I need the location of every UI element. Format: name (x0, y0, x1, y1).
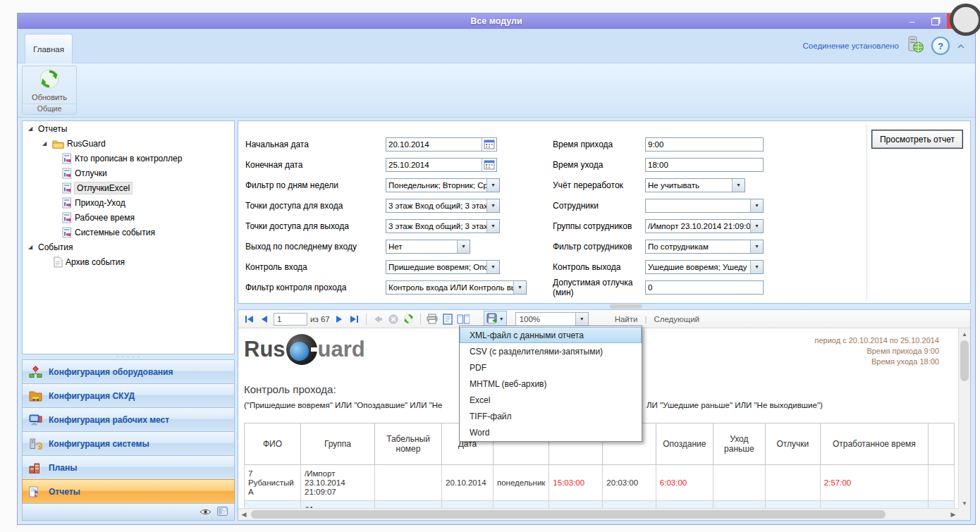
tree-item-node[interactable]: Архив события (23, 254, 234, 269)
help-icon[interactable]: ? (931, 37, 950, 55)
nav-workstation[interactable]: Конфигурация рабочих мест (22, 407, 235, 432)
select-5[interactable]: По сотрудникам▼ (645, 240, 764, 254)
print-icon[interactable] (426, 313, 439, 326)
minimize-button[interactable]: – (900, 13, 924, 29)
scroll-right-icon[interactable]: ▶ (948, 511, 959, 518)
nav-skud[interactable]: Конфигурация СКУД (22, 383, 235, 408)
hscroll-thumb[interactable] (251, 510, 886, 519)
vscroll-thumb[interactable] (960, 340, 969, 381)
tree-item-node[interactable]: Приход-Уход (23, 195, 234, 210)
scroll-down-icon[interactable]: ▼ (959, 497, 970, 509)
horizontal-scrollbar[interactable]: ◀ ▶ (238, 508, 959, 520)
date-input[interactable]: 20.10.2014 (386, 137, 497, 151)
tree-item-root[interactable]: ◢Отчеты (23, 121, 234, 136)
first-page-icon[interactable] (243, 313, 255, 326)
tree-item-node[interactable]: Отлучки (23, 166, 234, 180)
chevron-down-icon[interactable]: ▼ (486, 179, 499, 192)
select-7[interactable]: Контроль входа ИЛИ Контроль выхода▼ (386, 280, 527, 295)
text-input[interactable]: 9:00 (645, 137, 764, 151)
chevron-down-icon[interactable]: ▼ (486, 220, 499, 233)
tree-expander-icon[interactable]: ◢ (42, 140, 49, 147)
date-input[interactable]: 25.10.2014 (386, 158, 497, 172)
tree-item-label: Отчеты (38, 124, 67, 134)
page-setup-icon[interactable] (441, 313, 454, 326)
select-3[interactable]: 3 этаж Вход общий; 3 этаж▼ (386, 199, 500, 213)
tree-expander-icon[interactable]: ◢ (28, 244, 35, 250)
vertical-scrollbar[interactable]: ▲ ▼ (958, 328, 970, 509)
calendar-icon[interactable] (482, 159, 496, 171)
nav-plans[interactable]: Планы (22, 455, 235, 480)
chevron-down-icon[interactable]: ▼ (750, 261, 763, 273)
select-4[interactable]: /Импорт 23.10.2014 21:09:0▼ (645, 219, 764, 233)
tree-item-root[interactable]: ◢События (23, 240, 234, 254)
horizontal-splitter[interactable] (238, 304, 971, 309)
select-3[interactable]: ▼ (645, 199, 764, 213)
tree-item-label: Приход-Уход (75, 198, 125, 208)
export-menu-item[interactable]: MHTML (веб-архив) (460, 376, 642, 392)
view-report-button[interactable]: Просмотреть отчет (871, 130, 963, 149)
select-5[interactable]: Нет▼ (386, 240, 470, 254)
scroll-up-icon[interactable]: ▲ (959, 328, 970, 340)
field-label: Время прихода (553, 140, 645, 149)
chevron-down-icon[interactable]: ▼ (750, 240, 763, 253)
scroll-left-icon[interactable]: ◀ (238, 511, 250, 518)
export-menu-item[interactable]: Excel (460, 392, 642, 408)
chevron-down-icon[interactable]: ▼ (457, 240, 470, 253)
prev-page-icon[interactable] (258, 313, 271, 326)
export-menu-item[interactable]: PDF (460, 359, 642, 376)
export-button[interactable]: ▼ (484, 311, 507, 327)
tree-item-node[interactable]: Системные события (23, 225, 234, 240)
chevron-down-icon[interactable]: ▼ (750, 220, 763, 233)
page-number-input[interactable]: 1 (274, 313, 307, 326)
tree-item-node[interactable]: Кто прописан в контроллер (23, 151, 234, 166)
panel-toggle-icon[interactable] (217, 506, 228, 519)
export-menu-item[interactable]: XML-файл с данными отчета (460, 327, 642, 343)
text-input[interactable]: 0 (645, 280, 764, 295)
tree-item-label: Отлучки (75, 168, 107, 178)
chevron-down-icon[interactable]: ▼ (486, 199, 499, 212)
titlebar[interactable]: Все модули – × (18, 13, 975, 29)
tree-item-node[interactable]: ОтлучкиExcel (23, 180, 234, 195)
collapse-ribbon-icon[interactable] (957, 39, 965, 52)
export-menu-item[interactable]: CSV (с разделителями-запятыми) (460, 343, 642, 359)
nav-hierarchy[interactable]: Конфигурация оборудования (22, 359, 235, 384)
chevron-down-icon[interactable]: ▼ (486, 261, 499, 273)
select-2[interactable]: Понедельник; Вторник; Ср▼ (386, 178, 500, 192)
splitter-handle[interactable] (610, 304, 642, 309)
refresh-report-icon[interactable] (403, 313, 415, 326)
print-layout-icon[interactable] (457, 313, 470, 326)
chevron-down-icon[interactable]: ▼ (750, 199, 763, 212)
select-6[interactable]: Пришедшие вовремя; Опс▼ (386, 260, 500, 274)
zoom-select[interactable]: 100% ▼ (515, 312, 589, 326)
tab-glavnaya[interactable]: Главная (25, 34, 73, 63)
refresh-button[interactable]: Обновить (23, 66, 76, 104)
tree-item-node[interactable]: ◢RusGuard (23, 136, 234, 151)
nav-reportsnav[interactable]: Отчеты (22, 479, 235, 504)
nav-label: Конфигурация системы (49, 439, 149, 449)
export-menu-item[interactable]: Word (460, 424, 642, 440)
find-button[interactable]: Найти (615, 315, 638, 323)
eye-icon[interactable] (200, 506, 212, 519)
nav-system[interactable]: Конфигурация системы (22, 431, 235, 456)
tree-item-node[interactable]: Рабочее время (23, 210, 234, 225)
select-4[interactable]: 3 этаж Вход общий; 3 этаж▼ (386, 219, 500, 233)
back-icon[interactable] (372, 313, 384, 326)
table-cell: 20.10.2014 (442, 465, 494, 501)
find-next-button[interactable]: Следующий (654, 315, 699, 323)
last-page-icon[interactable] (348, 313, 361, 326)
chevron-down-icon[interactable]: ▼ (732, 179, 745, 192)
stop-icon[interactable] (387, 313, 400, 326)
chevron-down-icon[interactable]: ▼ (513, 281, 526, 294)
select-2[interactable]: Не учитывать▼ (645, 178, 745, 192)
field-label: Контроль выхода (553, 262, 645, 272)
tree-expander-icon[interactable]: ◢ (28, 125, 35, 132)
tree-item-label: RusGuard (67, 139, 106, 149)
workstation-icon (29, 414, 42, 426)
export-menu-item[interactable]: TIFF-файл (460, 408, 642, 424)
next-page-icon[interactable] (333, 313, 345, 326)
select-6[interactable]: Ушедшие вовремя; Ушеду▼ (645, 260, 764, 274)
restore-button[interactable] (924, 13, 947, 29)
text-input[interactable]: 18:00 (645, 158, 764, 172)
table-header: Опоздание (656, 423, 713, 465)
calendar-icon[interactable] (482, 138, 496, 151)
